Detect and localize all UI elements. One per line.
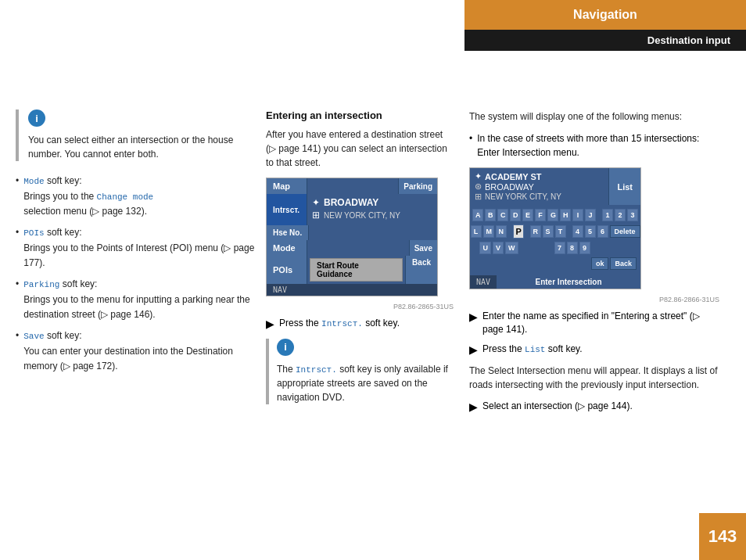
key-V[interactable]: V (493, 242, 504, 254)
key-7[interactable]: 7 (554, 242, 565, 254)
start-route-btn[interactable]: Start Route Guidance (310, 258, 403, 282)
info-block: i You can select either an intersection … (16, 109, 258, 161)
nav-screen-1: Map Parking Intrscт. ✦ BROADWAY ⊞ NEW YO… (266, 178, 438, 296)
key-D[interactable]: D (510, 209, 521, 221)
city-label: NEW YORK CITY, NY (324, 211, 400, 220)
page-number: 143 (699, 513, 746, 560)
nav-label-2: NAV (470, 275, 497, 289)
key-row-4: ok Back (473, 257, 637, 271)
pois-btn[interactable]: POIs (267, 256, 307, 284)
info-icon: i (28, 109, 45, 127)
part-code-1: P82.86-2865-31US (266, 303, 454, 311)
press-list-text: Press the List soft key. (482, 343, 583, 356)
key-8[interactable]: 8 (567, 242, 578, 254)
nav-row-intrsct: Intrscт. ✦ BROADWAY ⊞ NEW YORK CITY, NY (267, 194, 437, 225)
enter-intersection-label: Enter Intersection (497, 275, 640, 289)
header-section: Navigation Destination input (464, 0, 746, 51)
left-column: i You can select either an intersection … (16, 109, 258, 380)
key-E[interactable]: E (522, 209, 533, 221)
info-text-2: The Intrscт. soft key is only available … (277, 362, 454, 405)
key-U[interactable]: U (479, 242, 491, 254)
nav-content-map (307, 178, 398, 194)
right-bullet-1: • In the case of streets with more than … (469, 131, 719, 160)
save-btn[interactable]: Save (409, 240, 437, 256)
nav-destination: ✦ BROADWAY ⊞ NEW YORK CITY, NY (307, 194, 437, 225)
key-1[interactable]: 1 (602, 209, 613, 221)
key-I[interactable]: I (572, 209, 583, 221)
key-S[interactable]: S (543, 225, 554, 238)
academy-icon: ✦ (475, 171, 482, 181)
key-row-3: U V W 7 8 9 (473, 241, 637, 255)
info-content: i You can select either an intersection … (28, 109, 258, 161)
intrsct-btn[interactable]: Intrscт. (267, 194, 307, 225)
nav-row-pois: POIs Start Route Guidance Back (267, 256, 437, 284)
hseno-btn[interactable]: Hse No. (267, 225, 309, 240)
key-5[interactable]: 5 (585, 225, 596, 238)
key-6[interactable]: 6 (597, 225, 608, 238)
key-M[interactable]: M (483, 225, 494, 238)
key-3[interactable]: 3 (627, 209, 638, 221)
bullet-text-2: POIs soft key:Brings you to the Points o… (23, 225, 258, 271)
list-btn[interactable]: List (608, 168, 640, 205)
broadway-icon: ⊛ (475, 181, 482, 192)
bullet-pois: • POIs soft key:Brings you to the Points… (16, 225, 258, 271)
back-btn-2[interactable]: Back (610, 257, 637, 270)
right-bullet-text: In the case of streets with more than 15… (477, 131, 719, 160)
dest-icon-2: ⊞ (312, 210, 320, 221)
left-bar-2 (266, 339, 269, 405)
ei-header-row: ✦ ACADEMY ST ⊛ BROADWAY ⊞ NEW YORK CITY,… (470, 168, 640, 205)
city-row: ⊞ NEW YORK CITY, NY (475, 192, 604, 202)
nav-content-hseno (309, 225, 437, 240)
key-row-1: A B C D E F G H I J 1 2 3 (473, 208, 637, 222)
key-N[interactable]: N (496, 225, 507, 238)
delete-btn[interactable]: Delete (610, 225, 640, 238)
left-bar (16, 109, 19, 161)
map-btn[interactable]: Map (267, 178, 307, 194)
city-label-2: NEW YORK CITY, NY (485, 192, 561, 201)
bullet-sym-3: • (16, 277, 19, 322)
entering-intersection-title: Entering an intersection (266, 109, 454, 121)
right-para-2: The Select Intersection menu will appear… (469, 364, 719, 392)
key-B[interactable]: B (485, 209, 496, 221)
info-text: You can select either an intersection or… (28, 133, 258, 161)
broadway-label: BROADWAY (324, 197, 378, 208)
keyboard-area: A B C D E F G H I J 1 2 3 L M N P (470, 205, 640, 275)
select-intersection-text: Select an intersection (▷ page 144). (482, 400, 633, 413)
middle-column: Entering an intersection After you have … (266, 109, 454, 404)
key-C[interactable]: C (497, 209, 508, 221)
back-btn-1[interactable]: Back (405, 256, 437, 284)
bullet-sym-4: • (16, 328, 19, 374)
key-G[interactable]: G (547, 209, 558, 221)
arrow-sym-1: ▶ (266, 317, 274, 332)
key-A[interactable]: A (472, 209, 483, 221)
key-T[interactable]: T (555, 225, 566, 238)
intrsct-code-2: Intrscт. (296, 365, 337, 375)
key-J[interactable]: J (585, 209, 596, 221)
nav-enter-bar: NAV Enter Intersection (470, 275, 640, 289)
arrow-sym-3: ▶ (469, 343, 478, 358)
intrsct-code-ref: Intrscт. (321, 319, 363, 328)
key-F[interactable]: F (535, 209, 546, 221)
enter-name-text: Enter the name as specified in "Entering… (482, 310, 719, 336)
list-code-ref: List (525, 345, 545, 354)
ok-btn[interactable]: ok (591, 257, 609, 270)
parking-btn[interactable]: Parking (398, 178, 437, 194)
key-9[interactable]: 9 (579, 242, 590, 254)
entering-para: After you have entered a destination str… (266, 127, 454, 170)
right-column: The system will display one of the follo… (469, 109, 719, 422)
key-row-2: L M N P R S T 4 5 6 Delete (473, 224, 637, 239)
key-L[interactable]: L (471, 225, 482, 238)
arrow-instruction-3: ▶ Press the List soft key. (469, 343, 719, 358)
press-intrsct-text: Press the Intrscт. soft key. (279, 317, 400, 330)
key-H[interactable]: H (560, 209, 571, 221)
key-R[interactable]: R (530, 225, 541, 238)
broadway-label-2: BROADWAY (485, 182, 534, 192)
key-W[interactable]: W (505, 242, 518, 254)
change-mode-code: Change mode (97, 192, 154, 202)
key-4[interactable]: 4 (572, 225, 583, 238)
bullet-text-4: Save soft key:You can enter your destina… (23, 328, 258, 374)
key-2[interactable]: 2 (615, 209, 626, 221)
mode-btn[interactable]: Mode (267, 240, 307, 256)
key-P-highlight[interactable]: P (513, 224, 524, 239)
nav-row-hseno: Hse No. (267, 225, 437, 240)
